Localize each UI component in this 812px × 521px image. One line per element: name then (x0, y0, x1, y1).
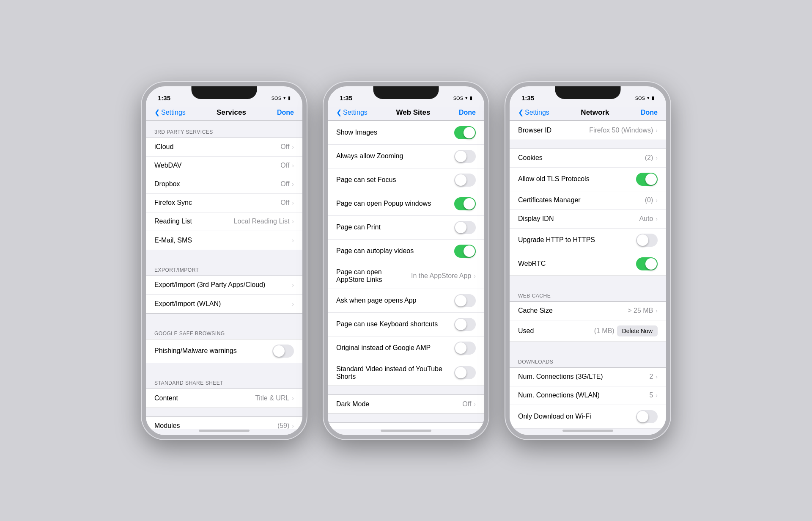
toggle-autoplay[interactable] (454, 245, 476, 258)
row-value: Off (280, 180, 289, 188)
toggle-phishing[interactable] (272, 345, 294, 358)
row-icloud[interactable]: iCloud Off › (146, 138, 302, 157)
chevron-icon: › (474, 273, 476, 279)
toggle-webrtc[interactable] (636, 257, 658, 270)
settings-group-websites-main: Show Images Always allow Zooming Page ca… (328, 121, 484, 386)
toggle-keyboard[interactable] (454, 318, 476, 331)
row-num-connections-wlan[interactable]: Num. Connections (WLAN) 5 › (510, 386, 666, 405)
row-reading-list[interactable]: Reading List Local Reading List › (146, 212, 302, 231)
chevron-icon: › (292, 300, 294, 307)
chevron-icon: › (474, 428, 476, 429)
row-label: Content (154, 394, 255, 402)
settings-group-misc: Modules (59) › Read Now Reader Mode › Ha… (146, 416, 302, 429)
row-firefox-sync[interactable]: Firefox Sync Off › (146, 194, 302, 212)
row-display-idn[interactable]: Display IDN Auto › (510, 210, 666, 229)
row-label: Only Download on Wi-Fi (518, 413, 636, 420)
toggle-zooming[interactable] (454, 150, 476, 163)
toggle-ask-app[interactable] (454, 294, 476, 307)
row-google-amp[interactable]: Original instead of Google AMP (328, 336, 484, 360)
row-ask-opens-app[interactable]: Ask when page opens App (328, 289, 484, 313)
chevron-icon: › (292, 181, 294, 187)
settings-group-browser-id: Browser ID Firefox 50 (Windows) › (510, 121, 666, 140)
row-webdav[interactable]: WebDAV Off › (146, 157, 302, 175)
chevron-icon: › (656, 154, 658, 161)
row-dark-mode[interactable]: Dark Mode Off › (328, 395, 484, 413)
row-certs-manager[interactable]: Certificates Manager (0) › (510, 191, 666, 210)
row-value: Off (280, 143, 289, 151)
toggle-show-images[interactable] (454, 126, 476, 139)
row-appstore-links[interactable]: Page can open AppStore Links In the AppS… (328, 263, 484, 289)
row-label: Browser ID (518, 127, 589, 134)
delete-now-button[interactable]: Delete Now (617, 325, 658, 336)
nav-done-2[interactable]: Done (459, 109, 476, 116)
toggle-wifi-only[interactable] (636, 410, 658, 423)
section-header-downloads: DOWNLOADS (510, 350, 666, 367)
row-content[interactable]: Content Title & URL › (146, 389, 302, 408)
row-label: Modules (154, 422, 277, 429)
phone-2: 1:35 SOS ▾ ▮ ❮ Settings Web Sites Done S… (324, 82, 488, 439)
row-cache-size[interactable]: Cache Size > 25 MB › (510, 302, 666, 320)
settings-group-share-sheet: Content Title & URL › (146, 389, 302, 408)
row-label: Dark Mode (336, 400, 462, 408)
nav-title-3: Network (581, 108, 609, 117)
time-1: 1:35 (158, 94, 170, 102)
row-value: (59) (277, 422, 289, 429)
row-cookies[interactable]: Cookies (2) › (510, 149, 666, 168)
row-webrtc[interactable]: WebRTC (510, 252, 666, 276)
row-page-print[interactable]: Page can Print (328, 216, 484, 240)
row-upgrade-https[interactable]: Upgrade HTTP to HTTPS (510, 229, 666, 252)
chevron-icon: › (474, 401, 476, 408)
row-browser-id[interactable]: Browser ID Firefox 50 (Windows) › (328, 423, 484, 429)
row-label: Export/Import (3rd Party Apps/Cloud) (154, 281, 292, 289)
toggle-amp[interactable] (454, 342, 476, 355)
status-icons-2: SOS ▾ ▮ (453, 95, 472, 101)
row-value: Off (280, 199, 289, 207)
row-num-connections-3g[interactable]: Num. Connections (3G/LTE) 2 › (510, 368, 666, 386)
row-always-allow-zooming[interactable]: Always allow Zooming (328, 145, 484, 168)
row-label: Used (518, 327, 594, 335)
toggle-tls[interactable] (636, 173, 658, 186)
toggle-print[interactable] (454, 221, 476, 234)
row-browser-id[interactable]: Browser ID Firefox 50 (Windows) › (510, 121, 666, 140)
row-youtube-shorts[interactable]: Standard Video instead of YouTube Shorts (328, 360, 484, 386)
row-modules[interactable]: Modules (59) › (146, 417, 302, 429)
row-export-wlan[interactable]: Export/Import (WLAN) › (146, 295, 302, 313)
chevron-icon: › (656, 373, 658, 380)
settings-group-3rd-party: iCloud Off › WebDAV Off › Dropbox Off › … (146, 138, 302, 250)
row-label: WebRTC (518, 260, 636, 267)
nav-bar-1: ❮ Settings Services Done (146, 107, 302, 121)
settings-group-export: Export/Import (3rd Party Apps/Cloud) › E… (146, 276, 302, 314)
nav-title-1: Services (217, 108, 246, 117)
row-autoplay-videos[interactable]: Page can autoplay videos (328, 240, 484, 263)
toggle-https[interactable] (636, 234, 658, 247)
nav-done-3[interactable]: Done (641, 109, 658, 116)
section-header-safe-browsing: GOOGLE SAFE BROWSING (146, 322, 302, 339)
toggle-shorts[interactable] (454, 366, 476, 379)
row-email-sms[interactable]: E-Mail, SMS › (146, 231, 302, 250)
nav-back-2[interactable]: ❮ Settings (336, 108, 368, 116)
row-label: Browser ID (336, 428, 407, 429)
row-label: Firefox Sync (154, 199, 280, 207)
row-value: Firefox 50 (Windows) (589, 127, 653, 134)
toggle-focus[interactable] (454, 174, 476, 187)
section-header-web-cache: WEB CACHE (510, 284, 666, 301)
row-popup-windows[interactable]: Page can open Popup windows (328, 192, 484, 216)
row-tls-protocols[interactable]: Allow old TLS Protocols (510, 168, 666, 191)
row-page-set-focus[interactable]: Page can set Focus (328, 168, 484, 192)
status-icons-1: SOS ▾ ▮ (272, 95, 291, 101)
nav-back-1[interactable]: ❮ Settings (154, 108, 186, 116)
row-label: Cookies (518, 154, 645, 162)
row-show-images[interactable]: Show Images (328, 121, 484, 145)
row-label: WebDAV (154, 162, 280, 169)
nav-back-3[interactable]: ❮ Settings (518, 108, 549, 116)
row-only-wifi[interactable]: Only Download on Wi-Fi (510, 405, 666, 429)
toggle-popup[interactable] (454, 197, 476, 210)
row-dropbox[interactable]: Dropbox Off › (146, 175, 302, 194)
row-keyboard-shortcuts[interactable]: Page can use Keyboard shortcuts (328, 313, 484, 336)
row-export-cloud[interactable]: Export/Import (3rd Party Apps/Cloud) › (146, 276, 302, 295)
row-phishing[interactable]: Phishing/Malware warnings (146, 339, 302, 363)
row-used[interactable]: Used (1 MB) Delete Now (510, 320, 666, 342)
home-indicator-3 (562, 430, 613, 432)
nav-done-1[interactable]: Done (277, 109, 294, 116)
row-label: Page can Print (336, 223, 454, 231)
